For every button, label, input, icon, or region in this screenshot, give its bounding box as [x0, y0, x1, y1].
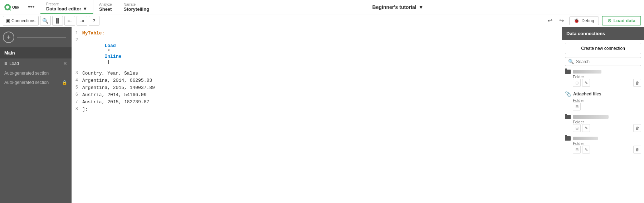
create-new-connection-btn[interactable]: Create new connection — [565, 43, 641, 54]
conn-delete-btn-4[interactable]: 🗑 — [633, 146, 641, 154]
undo-btn[interactable]: ↩ — [545, 16, 555, 26]
conn-actions-attached: ⊞ — [573, 103, 641, 110]
hamburger-icon: ≡ — [4, 61, 7, 66]
code-line-3: 3 Country, Year, Sales — [72, 70, 562, 77]
code-line-2: 2 Load * Inline [ — [72, 37, 562, 70]
comment-btn[interactable]: ▐▌ — [52, 16, 63, 26]
svg-text:Qlik: Qlik — [12, 5, 19, 9]
code-line-6: 6 Austria, 2014, 54166.09 — [72, 92, 562, 99]
code-line-7: 7 Austria, 2015, 182739.87 — [72, 99, 562, 106]
conn-name-bar-3 — [573, 115, 609, 119]
help-btn[interactable]: ? — [89, 16, 99, 26]
top-nav: Qlik ••• Prepare Data load editor ▼ Anal… — [0, 0, 644, 14]
nav-section-analyze[interactable]: Analyze Sheet — [93, 0, 118, 14]
nav-sections: Prepare Data load editor ▼ Analyze Sheet… — [40, 0, 155, 14]
connection-item-1: Folder ⊞ ✎ 🗑 — [565, 70, 641, 87]
paperclip-icon: 📎 — [565, 91, 571, 97]
lock-icon: 🔒 — [62, 80, 67, 85]
code-line-8: 8 ]; — [72, 106, 562, 113]
folder-icon-4 — [565, 136, 571, 141]
conn-table-btn-attached[interactable]: ⊞ — [573, 103, 581, 110]
debug-label: Debug — [581, 18, 594, 23]
conn-name-bar-4 — [573, 137, 598, 140]
conn-edit-btn-4[interactable]: ✎ — [582, 146, 590, 154]
conn-actions-4: ⊞ ✎ 🗑 — [573, 146, 641, 154]
conn-folder-label-3: Folder — [573, 120, 641, 124]
conn-folder-label-1: Folder — [573, 75, 641, 79]
code-line-1: 1 MyTable: — [72, 30, 562, 37]
search-box: 🔍 — [565, 57, 641, 66]
conn-actions-3: ⊞ ✎ 🗑 — [573, 124, 641, 132]
redo-btn[interactable]: ↪ — [556, 16, 566, 26]
code-line-4: 4 Argentina, 2014, 66295.03 — [72, 77, 562, 85]
add-section-btn[interactable]: + — [3, 32, 14, 43]
conn-delete-btn-3[interactable]: 🗑 — [633, 124, 641, 132]
undo-redo-group: ↩ ↪ — [545, 16, 566, 26]
load-data-icon: ⊙ — [608, 18, 611, 23]
main-layout: + Main ≡ Load ✕ Auto-generated section A… — [0, 27, 644, 203]
sidebar-auto-section-2[interactable]: Auto-generated section 🔒 — [0, 78, 72, 87]
sidebar-item-load[interactable]: ≡ Load ✕ — [0, 58, 72, 69]
conn-edit-btn-3[interactable]: ✎ — [582, 124, 590, 132]
sidebar-auto-section-1[interactable]: Auto-generated section — [0, 69, 72, 78]
conn-edit-btn-1[interactable]: ✎ — [582, 79, 590, 87]
search-icon: 🔍 — [568, 59, 574, 64]
code-line-5: 5 Argentina, 2015, 140037.89 — [72, 85, 562, 92]
conn-actions-1: ⊞ ✎ 🗑 — [573, 79, 641, 87]
connection-item-3: Folder ⊞ ✎ 🗑 — [565, 115, 641, 132]
folder-icon-3 — [565, 115, 571, 119]
narrate-label: Narrate — [124, 3, 150, 6]
nav-section-prepare[interactable]: Prepare Data load editor ▼ — [40, 0, 93, 14]
indent-decrease-btn[interactable]: ⇤ — [64, 16, 75, 26]
right-panel: Data connections Create new connection 🔍… — [562, 27, 644, 203]
connections-btn[interactable]: ▣ Connections — [3, 16, 39, 26]
editor-area[interactable]: 1 MyTable: 2 Load * Inline [ 3 Country, … — [72, 27, 562, 203]
conn-table-btn-4[interactable]: ⊞ — [573, 146, 581, 154]
search-btn[interactable]: 🔍 — [40, 16, 51, 26]
attached-files-label: 📎 Attached files — [565, 91, 641, 97]
sidebar-section-main[interactable]: Main — [0, 47, 72, 58]
load-data-label: Load data — [614, 18, 635, 23]
connection-item-4: Folder ⊞ ✎ 🗑 — [565, 136, 641, 154]
connection-item-attached: 📎 Attached files Folder ⊞ — [565, 91, 641, 110]
qlik-logo: Qlik — [4, 3, 25, 11]
close-icon[interactable]: ✕ — [63, 61, 67, 66]
connections-icon: ▣ — [6, 18, 10, 23]
conn-name-bar-1 — [573, 70, 601, 74]
conn-table-btn-3[interactable]: ⊞ — [573, 124, 581, 132]
toolbar-right: ↩ ↪ 🐞 Debug ⊙ Load data — [545, 16, 641, 26]
app-title: Beginner's tutorial ▼ — [372, 4, 424, 10]
connections-label: Connections — [11, 18, 35, 23]
prepare-label: Prepare — [46, 2, 87, 6]
left-sidebar: + Main ≡ Load ✕ Auto-generated section A… — [0, 27, 72, 203]
analyze-name: Sheet — [99, 6, 112, 12]
debug-icon: 🐞 — [574, 18, 579, 23]
analyze-label: Analyze — [99, 3, 112, 6]
conn-folder-label-4: Folder — [573, 141, 641, 146]
nav-section-narrate[interactable]: Narrate Storytelling — [118, 0, 156, 14]
conn-delete-btn-1[interactable]: 🗑 — [633, 79, 641, 87]
nav-center: Beginner's tutorial ▼ — [155, 4, 640, 10]
indent-increase-btn[interactable]: ⇥ — [77, 16, 87, 26]
prepare-name: Data load editor ▼ — [46, 6, 87, 11]
right-panel-body: Create new connection 🔍 Folder ⊞ ✎ 🗑 — [562, 40, 644, 203]
folder-icon-1 — [565, 70, 571, 74]
right-panel-header: Data connections — [562, 27, 644, 40]
conn-table-btn-1[interactable]: ⊞ — [573, 79, 581, 87]
more-options-btn[interactable]: ••• — [28, 3, 35, 11]
toolbar: ▣ Connections 🔍 ▐▌ ⇤ ⇥ ? ↩ ↪ 🐞 Debug ⊙ L… — [0, 14, 644, 27]
search-input[interactable] — [576, 59, 638, 64]
conn-folder-label-attached: Folder — [573, 98, 641, 103]
load-data-btn[interactable]: ⊙ Load data — [602, 16, 641, 25]
narrate-name: Storytelling — [124, 6, 150, 12]
debug-btn[interactable]: 🐞 Debug — [569, 16, 599, 25]
